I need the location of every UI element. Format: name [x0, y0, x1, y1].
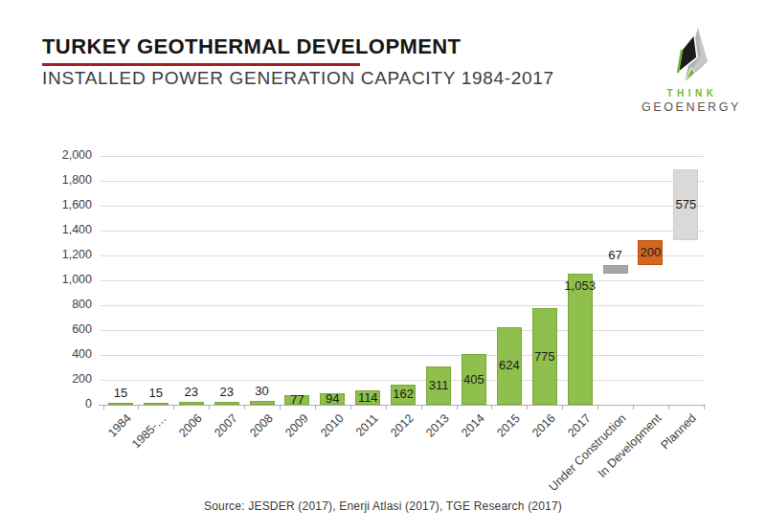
x-axis-tick: [491, 406, 492, 410]
x-label-text: 1984: [105, 411, 134, 440]
x-label-text: 2013: [423, 411, 452, 440]
bar-1985: [144, 403, 169, 405]
x-label-text: 2007: [212, 411, 240, 440]
x-axis-tick: [633, 406, 634, 410]
value-label-2017: 1,053: [550, 278, 611, 293]
slide: TURKEY GEOTHERMAL DEVELOPMENT INSTALLED …: [0, 0, 766, 532]
x-label-text: Planned: [659, 411, 699, 452]
logo-geoenergy-text: GEOENERGY: [624, 100, 756, 114]
bar-1984: [108, 403, 133, 405]
x-axis-tick: [209, 406, 210, 410]
y-tick-label: 1,200: [38, 248, 92, 261]
x-axis-tick: [173, 406, 174, 410]
y-tick-label: 2,000: [38, 148, 92, 162]
x-axis-tick: [668, 406, 669, 410]
value-label-2014: 405: [443, 372, 505, 387]
y-tick-label: 200: [38, 372, 92, 386]
x-label-text: 2006: [176, 411, 205, 440]
value-label-planned: 575: [655, 197, 716, 211]
logo-kite-icon: [668, 27, 712, 86]
bar-2006: [179, 402, 204, 405]
x-axis-tick: [597, 406, 598, 410]
y-tick-label: 0: [38, 397, 92, 410]
thinkgeoenergy-logo: THINK GEOENERGY: [624, 27, 756, 114]
x-label-text: 2017: [565, 411, 594, 440]
x-label-text: 2015: [494, 411, 523, 440]
y-tick-label: 600: [38, 322, 92, 336]
bar-2007: [214, 402, 239, 405]
gridline-1600: [101, 206, 704, 207]
gridline-1400: [101, 231, 704, 232]
gridline-800: [101, 305, 704, 306]
gridline-400: [101, 355, 704, 356]
gridline-1800: [101, 181, 704, 182]
bar-2017: [568, 274, 593, 405]
y-tick-label: 1,600: [38, 198, 92, 211]
x-axis-tick: [527, 406, 528, 410]
x-label-text: 2012: [388, 411, 417, 440]
title-underline: [42, 63, 360, 66]
y-tick-label: 800: [38, 298, 92, 311]
x-axis-tick: [386, 406, 387, 410]
x-label-text: 2016: [529, 411, 558, 440]
x-axis-tick: [350, 406, 351, 410]
x-axis-tick: [103, 406, 104, 410]
x-axis-tick: [244, 406, 245, 410]
page-subtitle: INSTALLED POWER GENERATION CAPACITY 1984…: [42, 68, 554, 89]
y-tick-label: 400: [38, 347, 92, 361]
value-label-2016: 775: [514, 349, 575, 364]
page-title: TURKEY GEOTHERMAL DEVELOPMENT: [42, 34, 461, 59]
x-label-text: 2009: [282, 411, 311, 440]
x-label-text: 2008: [247, 411, 276, 440]
x-axis-tick: [138, 406, 139, 410]
y-tick-label: 1,000: [38, 273, 92, 286]
x-axis-tick: [562, 406, 563, 410]
x-axis-tick: [704, 406, 705, 410]
value-label-in-development: 200: [620, 245, 681, 259]
x-label-text: 2014: [459, 411, 487, 440]
y-tick-label: 1,400: [38, 223, 92, 236]
x-axis-line: [99, 405, 706, 406]
gridline-600: [101, 330, 704, 331]
source-note: Source: JESDER (2017), Enerji Atlasi (20…: [0, 499, 766, 513]
logo-think-text: THINK: [624, 88, 756, 99]
bar-under-construction: [603, 265, 628, 274]
x-label-text: 1985-…: [129, 411, 169, 451]
gridline-1000: [101, 280, 704, 281]
x-label-text: 2011: [353, 411, 381, 439]
y-tick-label: 1,800: [38, 173, 92, 187]
x-label-text: 2010: [318, 411, 347, 440]
x-label-text: In Development: [596, 411, 665, 480]
x-axis-tick: [421, 406, 422, 410]
gridline-200: [101, 380, 704, 381]
x-axis-tick: [457, 406, 458, 410]
gridline-2000: [101, 156, 704, 157]
